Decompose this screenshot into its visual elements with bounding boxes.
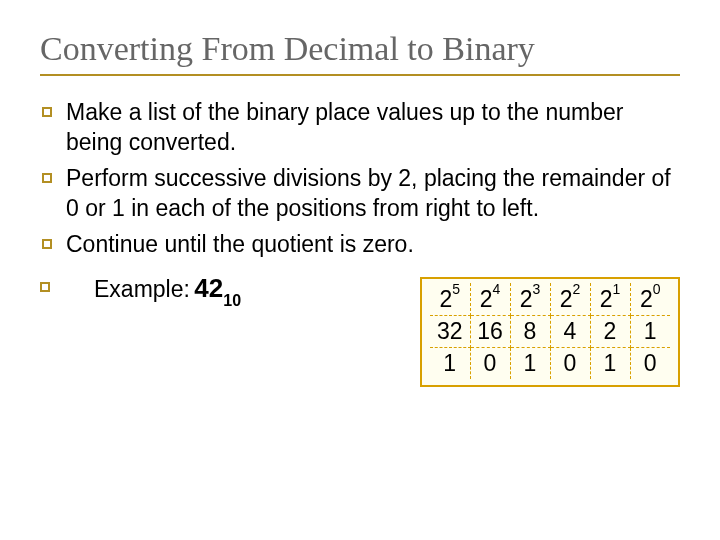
value-cell: 2 (590, 316, 630, 348)
list-item: Continue until the quotient is zero. (42, 230, 680, 260)
power-cell: 25 (430, 283, 470, 315)
title-underline (40, 74, 680, 76)
list-item: Make a list of the binary place values u… (42, 98, 680, 158)
table-row: 1 0 1 0 1 0 (430, 348, 670, 380)
value-cell: 8 (510, 316, 550, 348)
bit-cell: 1 (510, 348, 550, 380)
bit-cell: 1 (430, 348, 470, 380)
bullet-text: Perform successive divisions by 2, placi… (66, 164, 680, 224)
value-cell: 16 (470, 316, 510, 348)
table-row: 25 24 23 22 21 20 (430, 283, 670, 315)
table-row: 32 16 8 4 2 1 (430, 316, 670, 348)
power-cell: 23 (510, 283, 550, 315)
power-cell: 22 (550, 283, 590, 315)
square-bullet-icon (40, 282, 50, 292)
bit-cell: 1 (590, 348, 630, 380)
example-value: 42 (194, 273, 223, 303)
power-cell: 24 (470, 283, 510, 315)
bit-cell: 0 (630, 348, 670, 380)
power-cell: 20 (630, 283, 670, 315)
value-cell: 1 (630, 316, 670, 348)
value-cell: 4 (550, 316, 590, 348)
bullet-list: Make a list of the binary place values u… (42, 98, 680, 259)
example-line: Example: 4210 (40, 273, 241, 305)
example-subscript: 10 (223, 292, 241, 309)
slide-title: Converting From Decimal to Binary (40, 30, 680, 68)
list-item: Perform successive divisions by 2, placi… (42, 164, 680, 224)
square-bullet-icon (42, 173, 52, 183)
square-bullet-icon (42, 107, 52, 117)
example-label: Example: (94, 276, 190, 302)
bullet-text: Continue until the quotient is zero. (66, 230, 414, 260)
place-value-table: 25 24 23 22 21 20 32 16 8 4 2 1 1 0 1 0 … (420, 277, 680, 387)
bit-cell: 0 (470, 348, 510, 380)
square-bullet-icon (42, 239, 52, 249)
value-cell: 32 (430, 316, 470, 348)
power-cell: 21 (590, 283, 630, 315)
bit-cell: 0 (550, 348, 590, 380)
bullet-text: Make a list of the binary place values u… (66, 98, 680, 158)
